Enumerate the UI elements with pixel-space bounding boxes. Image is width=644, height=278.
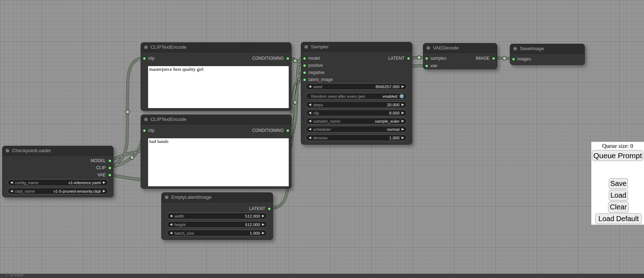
decrement-arrow-icon[interactable]: ◀: [170, 230, 172, 236]
increment-arrow-icon[interactable]: ▶: [103, 188, 105, 194]
input-port-latent-image[interactable]: [303, 78, 306, 81]
node-clip-text-encode-positive[interactable]: CLIPTextEncode clip CONDITIONING masterp…: [141, 42, 292, 111]
input-port-clip[interactable]: [143, 129, 146, 132]
input-port-samples[interactable]: [425, 57, 428, 60]
collapse-dot-icon[interactable]: [304, 45, 308, 49]
increment-arrow-icon[interactable]: ▶: [402, 83, 404, 90]
increment-arrow-icon[interactable]: ▶: [402, 101, 404, 108]
widget-batch-size[interactable]: ◀ batch_size 1.000 ▶: [167, 230, 267, 236]
widget-seed[interactable]: ◀ seed 8566257.000 ▶: [306, 83, 407, 90]
prompt-textarea[interactable]: bad hands: [148, 138, 289, 186]
input-port-model[interactable]: [303, 57, 306, 60]
node-title: CLIPTextEncode: [151, 43, 187, 52]
node-sampler[interactable]: Sampler model positive negative latent_i…: [301, 42, 412, 145]
widget-denoise[interactable]: ◀ denoise 1.000 ▶: [306, 134, 407, 141]
increment-arrow-icon[interactable]: ▶: [402, 118, 404, 124]
node-title-bar[interactable]: Sampler: [301, 42, 412, 52]
input-label-negative: negative: [308, 70, 324, 75]
decrement-arrow-icon[interactable]: ◀: [170, 213, 172, 219]
input-port-images[interactable]: [512, 58, 515, 61]
input-label-latent-image: latent_image: [308, 77, 333, 82]
widget-steps[interactable]: ◀ steps 20.000 ▶: [306, 101, 407, 108]
node-vae-decode[interactable]: VAEDecode samples vae IMAGE: [423, 43, 497, 69]
collapse-dot-icon[interactable]: [513, 47, 517, 50]
widget-scheduler[interactable]: ◀ scheduler normal ▶: [306, 126, 407, 133]
widget-ckpt-name[interactable]: ◀ ckpt_name v1-5-pruned-emaonly.ckpt ▶: [7, 188, 108, 194]
output-label-latent: LATENT: [388, 56, 404, 61]
input-label-vae: vae: [430, 63, 437, 68]
node-title-bar[interactable]: CLIPTextEncode: [141, 43, 291, 52]
increment-arrow-icon[interactable]: ▶: [262, 221, 265, 228]
widget-config-name[interactable]: ◀ config_name v1-inference.yaml ▶: [7, 179, 108, 186]
node-checkpoint-loader[interactable]: CheckpointLoader MODEL CLIP VAE ◀ config…: [2, 146, 114, 197]
output-label-conditioning: CONDITIONING: [252, 56, 284, 61]
widget-random-seed-toggle[interactable]: Random seed after every gen enabled: [306, 93, 407, 100]
node-title: VAEDecode: [433, 43, 459, 53]
output-port-vae[interactable]: [108, 173, 111, 177]
input-port-clip[interactable]: [143, 57, 146, 60]
node-title-bar[interactable]: EmptyLatentImage: [162, 193, 273, 202]
collapse-dot-icon[interactable]: [144, 46, 148, 49]
collapse-dot-icon[interactable]: [426, 46, 430, 50]
toggle-dot-icon[interactable]: [399, 94, 404, 98]
input-port-vae[interactable]: [425, 64, 428, 68]
decrement-arrow-icon[interactable]: ◀: [10, 179, 13, 186]
widget-height[interactable]: ◀ height 512.000 ▶: [167, 221, 267, 228]
node-empty-latent-image[interactable]: EmptyLatentImage LATENT ◀ width 512.000 …: [161, 192, 273, 240]
output-port-image[interactable]: [492, 57, 495, 60]
increment-arrow-icon[interactable]: ▶: [402, 126, 404, 133]
input-label-samples: samples: [430, 56, 446, 61]
graph-canvas[interactable]: CheckpointLoader MODEL CLIP VAE ◀ config…: [0, 0, 644, 278]
decrement-arrow-icon[interactable]: ◀: [170, 221, 172, 228]
node-title: Sampler: [311, 42, 329, 52]
output-port-clip[interactable]: [108, 166, 111, 170]
collapse-dot-icon[interactable]: [6, 149, 9, 153]
node-title: CLIPTextEncode: [151, 115, 187, 124]
input-port-positive[interactable]: [303, 64, 306, 67]
widget-sampler-name[interactable]: ◀ sampler_name sample_euler ▶: [306, 118, 407, 124]
output-port-conditioning[interactable]: [286, 57, 289, 60]
decrement-arrow-icon[interactable]: ◀: [309, 101, 311, 108]
node-save-image[interactable]: SaveImage images: [510, 44, 585, 65]
increment-arrow-icon[interactable]: ▶: [262, 230, 265, 236]
queue-prompt-button[interactable]: Queue Prompt: [592, 150, 643, 161]
node-title: EmptyLatentImage: [171, 193, 211, 202]
output-port-latent[interactable]: [268, 207, 271, 210]
input-label-clip: clip: [148, 128, 155, 133]
node-title-bar[interactable]: VAEDecode: [423, 43, 497, 53]
clear-button[interactable]: Clear: [608, 202, 629, 213]
load-button[interactable]: Load: [609, 190, 628, 201]
queue-menu-panel: Queue size: 0 Queue Prompt Save Load Cle…: [591, 142, 644, 225]
input-port-negative[interactable]: [303, 71, 306, 74]
output-label-clip: CLIP: [96, 165, 106, 170]
output-port-model[interactable]: [108, 159, 111, 162]
node-title-bar[interactable]: SaveImage: [510, 44, 585, 54]
decrement-arrow-icon[interactable]: ◀: [309, 126, 311, 133]
prompt-textarea[interactable]: masterpiece best quality girl: [148, 66, 289, 108]
increment-arrow-icon[interactable]: ▶: [262, 213, 265, 219]
node-title: SaveImage: [520, 44, 544, 53]
node-title: CheckpointLoader: [12, 146, 51, 155]
decrement-arrow-icon[interactable]: ◀: [309, 134, 311, 141]
increment-arrow-icon[interactable]: ▶: [402, 109, 404, 116]
increment-arrow-icon[interactable]: ▶: [402, 134, 404, 141]
increment-arrow-icon[interactable]: ▶: [103, 179, 105, 186]
node-title-bar[interactable]: CheckpointLoader: [2, 146, 113, 156]
output-port-latent[interactable]: [407, 57, 410, 60]
canvas-bottom-edge: [0, 274, 644, 278]
node-title-bar[interactable]: CLIPTextEncode: [141, 115, 291, 124]
timer-label: T: 0.00s: [5, 271, 23, 277]
save-button[interactable]: Save: [609, 178, 628, 189]
decrement-arrow-icon[interactable]: ◀: [309, 109, 311, 116]
collapse-dot-icon[interactable]: [144, 118, 148, 121]
node-clip-text-encode-negative[interactable]: CLIPTextEncode clip CONDITIONING bad han…: [141, 114, 292, 189]
decrement-arrow-icon[interactable]: ◀: [10, 188, 13, 194]
decrement-arrow-icon[interactable]: ◀: [309, 118, 311, 124]
collapse-dot-icon[interactable]: [165, 196, 168, 199]
widget-cfg[interactable]: ◀ cfg 8.000 ▶: [306, 109, 407, 116]
input-label-clip: clip: [148, 56, 155, 61]
output-port-conditioning[interactable]: [286, 129, 289, 132]
decrement-arrow-icon[interactable]: ◀: [309, 83, 311, 90]
load-default-button[interactable]: Load Default: [595, 213, 642, 224]
widget-width[interactable]: ◀ width 512.000 ▶: [167, 213, 267, 219]
